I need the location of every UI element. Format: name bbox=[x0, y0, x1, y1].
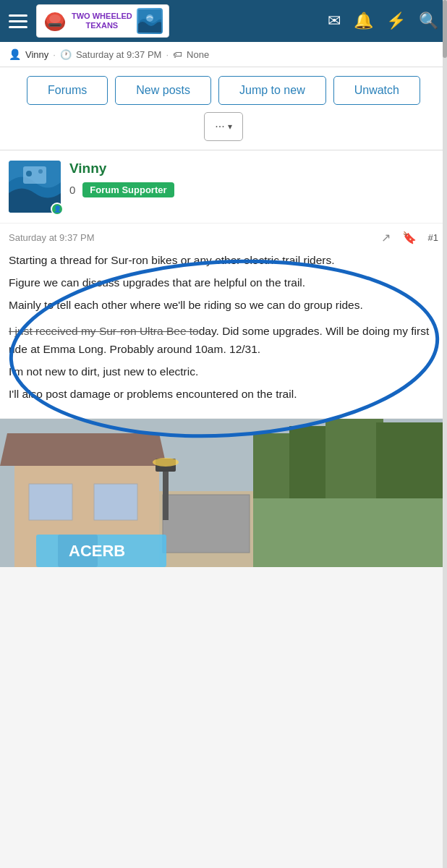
svg-rect-16 bbox=[325, 419, 383, 498]
author-name[interactable]: Vinny bbox=[69, 161, 438, 176]
svg-rect-24 bbox=[163, 495, 250, 553]
svg-point-9 bbox=[26, 171, 32, 176]
chevron-down-icon: ▾ bbox=[228, 122, 232, 132]
bookmark-icon[interactable]: 🔖 bbox=[402, 231, 417, 244]
author-info: Vinny 0 Forum Supporter bbox=[69, 161, 438, 197]
author-stat-zero: 0 bbox=[69, 184, 75, 196]
site-logo[interactable]: TWO WHEELED TEXANS bbox=[36, 4, 169, 38]
clock-icon: 🕐 bbox=[60, 49, 72, 60]
meta-sep1: · bbox=[53, 49, 56, 60]
scrollbar[interactable] bbox=[443, 0, 447, 567]
post-timestamp: Saturday at 9:37 PM bbox=[9, 232, 95, 243]
post-image: ACERB bbox=[0, 419, 447, 567]
svg-point-29 bbox=[153, 458, 179, 467]
online-indicator: 👤 bbox=[51, 203, 64, 216]
logo-text: TWO WHEELED TEXANS bbox=[72, 12, 132, 30]
new-posts-button[interactable]: New posts bbox=[115, 76, 211, 105]
svg-marker-19 bbox=[0, 433, 166, 466]
svg-point-10 bbox=[38, 169, 43, 174]
post-number: #1 bbox=[428, 232, 438, 243]
post-paragraph-2: Figure we can discuss upgrades that are … bbox=[9, 274, 438, 292]
svg-point-4 bbox=[49, 14, 61, 23]
svg-rect-14 bbox=[253, 433, 289, 498]
post-section: Saturday at 9:37 PM ↗ 🔖 #1 Starting a th… bbox=[0, 224, 447, 419]
post-paragraph-5: I'm not new to dirt, just new to electri… bbox=[9, 363, 438, 381]
svg-rect-3 bbox=[50, 25, 60, 26]
share-icon[interactable]: ↗ bbox=[381, 231, 391, 244]
post-paragraph-4: I just received my Sur-ron Ultra Bee tod… bbox=[9, 323, 438, 359]
scrollbar-thumb bbox=[443, 0, 447, 58]
hamburger-button[interactable] bbox=[9, 14, 27, 28]
post-image-svg: ACERB bbox=[0, 419, 447, 567]
meta-sep2: · bbox=[166, 49, 169, 60]
unwatch-button[interactable]: Unwatch bbox=[333, 76, 420, 105]
svg-rect-20 bbox=[29, 484, 72, 520]
avatar-wrap: 👤 bbox=[9, 161, 61, 213]
author-section: 👤 Vinny 0 Forum Supporter bbox=[0, 150, 447, 224]
app-header: TWO WHEELED TEXANS ✉ 🔔 ⚡ 🔍 bbox=[0, 0, 447, 42]
post-paragraph-1: Starting a thread for Sur-ron bikes or a… bbox=[9, 252, 438, 270]
meta-username[interactable]: Vinny bbox=[25, 49, 48, 60]
user-small-icon: 👤 bbox=[54, 205, 61, 213]
logo-wave-icon bbox=[137, 8, 163, 34]
mail-icon[interactable]: ✉ bbox=[328, 12, 341, 30]
post-paragraph-6: I'll also post damage or problems encoun… bbox=[9, 386, 438, 404]
meta-tag: None bbox=[187, 49, 209, 60]
search-icon[interactable]: 🔍 bbox=[419, 12, 438, 30]
svg-text:ACERB: ACERB bbox=[69, 542, 125, 560]
user-icon: 👤 bbox=[9, 48, 21, 60]
header-icons: ✉ 🔔 ⚡ 🔍 bbox=[328, 12, 438, 30]
svg-rect-21 bbox=[94, 484, 137, 520]
more-options-button[interactable]: ··· ▾ bbox=[204, 112, 242, 141]
action-buttons-bar: Forums New posts Jump to new Unwatch ···… bbox=[0, 67, 447, 150]
lightning-icon[interactable]: ⚡ bbox=[386, 12, 406, 30]
meta-time: Saturday at 9:37 PM bbox=[76, 49, 162, 60]
author-stats-row: 0 Forum Supporter bbox=[69, 182, 438, 197]
post-meta-row: Saturday at 9:37 PM ↗ 🔖 #1 bbox=[0, 224, 447, 247]
logo-helmet-icon bbox=[43, 9, 67, 33]
forums-button[interactable]: Forums bbox=[27, 76, 108, 105]
post-meta-icons: ↗ 🔖 #1 bbox=[381, 231, 438, 244]
jump-to-new-button[interactable]: Jump to new bbox=[218, 76, 326, 105]
post-paragraph-3: Mainly to tell each other where we'll be… bbox=[9, 297, 438, 315]
more-dots-label: ··· bbox=[215, 120, 224, 133]
post-content: Starting a thread for Sur-ron bikes or a… bbox=[0, 247, 447, 418]
bell-icon[interactable]: 🔔 bbox=[354, 12, 373, 30]
forum-supporter-badge: Forum Supporter bbox=[82, 182, 174, 197]
svg-rect-17 bbox=[376, 422, 447, 498]
tag-icon: 🏷 bbox=[173, 49, 182, 60]
thread-meta-bar: 👤 Vinny · 🕐 Saturday at 9:37 PM · 🏷 None bbox=[0, 42, 447, 67]
post-paragraph-4-strikethrough: I just received my Sur-ron Ultra Bee to bbox=[9, 325, 199, 337]
